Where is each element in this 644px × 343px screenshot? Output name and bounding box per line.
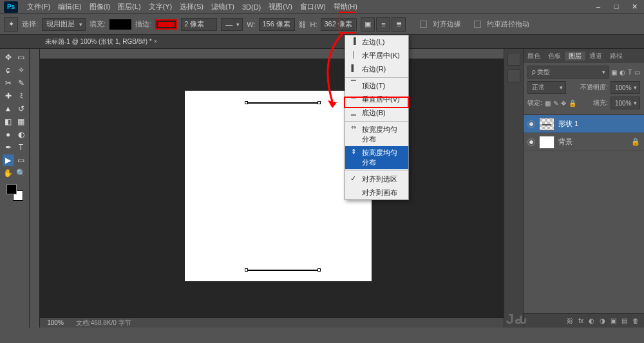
document-tab[interactable]: 未标题-1 @ 100% (形状 1, RGB/8#) * — [40, 37, 162, 46]
brush-tool[interactable]: ﾐ — [15, 90, 27, 102]
crop-tool[interactable]: ✂ — [3, 77, 14, 89]
tab-color[interactable]: 颜色 — [524, 51, 544, 60]
visibility-icon[interactable] — [527, 138, 535, 146]
menu-3d[interactable]: 3D(D) — [238, 3, 265, 11]
align-to-canvas[interactable]: 对齐到画布 — [345, 186, 408, 199]
lock-move-icon[interactable]: ✥ — [561, 100, 566, 107]
link-layers-icon[interactable]: ⛓ — [567, 317, 573, 324]
layer-filter-combo[interactable]: ρ 类型 — [527, 66, 609, 79]
path-select-tool[interactable]: ▶ — [3, 154, 14, 166]
align-to-selection[interactable]: 对齐到选区 — [345, 171, 408, 186]
menu-filter[interactable]: 滤镜(T) — [207, 2, 238, 12]
eraser-tool[interactable]: ◧ — [3, 116, 14, 127]
handle-icon[interactable] — [245, 101, 248, 104]
blur-tool[interactable]: ● — [3, 129, 14, 140]
type-tool[interactable]: T — [15, 142, 27, 153]
align-hcenter[interactable]: │水平居中(K) — [345, 49, 408, 62]
layer-row-shape[interactable]: 形状 1 — [524, 115, 644, 133]
blend-mode-combo[interactable]: 正常 — [527, 81, 566, 94]
shape-line-bottom[interactable] — [247, 270, 319, 271]
gradient-tool[interactable]: ▦ — [15, 116, 27, 127]
pathops-button[interactable]: ▣ — [361, 17, 375, 32]
align-vcenter[interactable]: ─垂直居中(V) — [345, 93, 408, 106]
align-right[interactable]: ▌右边(R) — [345, 62, 408, 76]
fill-opacity-field[interactable]: 100% — [611, 97, 640, 109]
mini-panel-icon[interactable] — [507, 70, 520, 82]
menu-view[interactable]: 视图(V) — [265, 2, 296, 12]
tab-paths[interactable]: 路径 — [606, 51, 627, 60]
fx-icon[interactable]: fx — [578, 317, 583, 324]
mask-icon[interactable]: ◐ — [589, 317, 594, 324]
distribute-height[interactable]: ⇕按高度均匀分布 — [345, 146, 408, 169]
canvas-viewport[interactable] — [40, 59, 504, 317]
wand-tool[interactable]: ✧ — [15, 64, 27, 76]
handle-icon[interactable] — [245, 268, 248, 272]
group-icon[interactable]: ▣ — [611, 317, 616, 324]
stroke-swatch[interactable] — [155, 19, 177, 30]
layer-row-background[interactable]: 背景 🔒 — [524, 133, 644, 151]
filter-icon[interactable]: T — [628, 69, 632, 76]
heal-tool[interactable]: ✚ — [3, 90, 14, 102]
filter-icon[interactable]: ◐ — [620, 69, 625, 76]
align-menu-button[interactable]: ≡ — [376, 17, 390, 32]
width-field[interactable]: 156 像素 — [259, 18, 295, 31]
menu-edit[interactable]: 编辑(E) — [54, 2, 86, 12]
menu-layer[interactable]: 图层(L) — [114, 2, 144, 12]
filter-icon[interactable]: ▭ — [634, 69, 640, 76]
link-wh-icon[interactable]: ⛓ — [299, 21, 306, 28]
menu-select[interactable]: 选择(S) — [176, 2, 207, 12]
marquee-tool[interactable]: ▭ — [15, 51, 27, 63]
tab-layers[interactable]: 图层 — [565, 51, 585, 60]
menu-window[interactable]: 窗口(W) — [296, 2, 330, 12]
shape-line-top[interactable] — [247, 102, 319, 104]
opacity-field[interactable]: 100% — [611, 81, 640, 94]
tab-channels[interactable]: 通道 — [585, 51, 606, 60]
stamp-tool[interactable]: ▲ — [3, 103, 14, 115]
canvas[interactable] — [185, 91, 372, 281]
maximize-button[interactable]: □ — [611, 3, 622, 11]
constrain-checkbox[interactable] — [474, 21, 481, 28]
select-layer-combo[interactable]: 现用图层 — [42, 18, 86, 31]
filter-icon[interactable]: ▣ — [611, 69, 617, 76]
shape-tool[interactable]: ▭ — [15, 154, 27, 166]
layer-name[interactable]: 背景 — [558, 137, 573, 147]
hand-tool[interactable]: ✋ — [3, 167, 14, 179]
menu-image[interactable]: 图像(I) — [86, 2, 114, 12]
zoom-tool[interactable]: 🔍 — [15, 167, 27, 179]
layer-name[interactable]: 形状 1 — [558, 119, 578, 129]
pen-tool[interactable]: ✒ — [3, 142, 14, 153]
lock-all-icon[interactable]: 🔒 — [569, 100, 576, 107]
handle-icon[interactable] — [317, 268, 321, 272]
height-field[interactable]: 362 像素 — [321, 18, 357, 31]
tab-swatch[interactable]: 色板 — [544, 51, 565, 60]
lock-brush-icon[interactable]: ✎ — [553, 100, 558, 107]
align-left[interactable]: ▐左边(L) — [345, 35, 408, 49]
trash-icon[interactable]: 🗑 — [632, 317, 639, 324]
new-layer-icon[interactable]: ▤ — [621, 317, 627, 324]
menu-help[interactable]: 帮助(H) — [330, 2, 361, 12]
menu-file[interactable]: 文件(F) — [23, 2, 54, 12]
close-button[interactable]: ✕ — [629, 3, 640, 11]
distribute-width[interactable]: ⇔按宽度均匀分布 — [345, 121, 408, 146]
zoom-field[interactable]: 100% — [40, 319, 71, 326]
align-bottom[interactable]: ▁底边(B) — [345, 106, 408, 120]
lock-pixels-icon[interactable]: ▦ — [545, 100, 551, 107]
align-edges-checkbox[interactable] — [420, 21, 427, 28]
stroke-width-field[interactable]: 2 像素 — [181, 18, 217, 31]
align-top[interactable]: ▔顶边(T) — [345, 77, 408, 93]
fg-bg-swatch[interactable] — [6, 184, 23, 201]
dodge-tool[interactable]: ◐ — [15, 129, 27, 140]
move-tool[interactable]: ✥ — [3, 51, 14, 63]
fill-swatch[interactable] — [109, 19, 131, 30]
minimize-button[interactable]: – — [592, 3, 604, 11]
eyedropper-tool[interactable]: ✎ — [15, 77, 27, 89]
arrange-button[interactable]: ≣ — [392, 17, 406, 32]
history-brush-tool[interactable]: ↺ — [15, 103, 27, 115]
mini-panel-icon[interactable] — [507, 53, 520, 66]
stroke-style-combo[interactable]: — — [221, 18, 243, 31]
menu-type[interactable]: 文字(Y) — [145, 2, 176, 12]
adjust-icon[interactable]: ◑ — [600, 317, 605, 324]
handle-icon[interactable] — [317, 101, 321, 104]
visibility-icon[interactable] — [527, 120, 535, 128]
lasso-tool[interactable]: ɕ — [3, 64, 14, 76]
